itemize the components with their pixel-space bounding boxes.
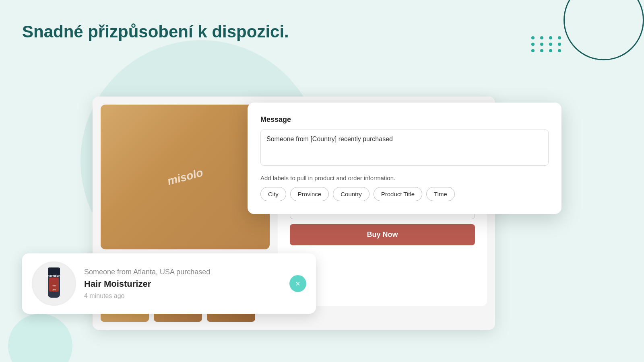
label-country[interactable]: Country [333, 187, 369, 201]
toast-content: Someone from Atlanta, USA purchased Hair… [84, 268, 281, 300]
toast-product-title: Hair Moisturizer [84, 279, 281, 289]
bg-circle-bottom-left [8, 314, 72, 362]
product-image-main: misolo [101, 105, 270, 249]
toast-subtitle: Someone from Atlanta, USA purchased [84, 268, 281, 276]
label-product-title[interactable]: Product Title [374, 187, 422, 201]
buy-now-button[interactable]: Buy Now [290, 224, 475, 245]
labels-hint: Add labels to pull in product and order … [260, 175, 549, 181]
page-title: Snadné přizpůsobení k dispozici. [22, 22, 289, 41]
label-province[interactable]: Province [290, 187, 329, 201]
label-city[interactable]: City [260, 187, 286, 201]
brand-text: misolo [166, 166, 204, 188]
svg-text:Dye: Dye [52, 288, 56, 291]
toast-close-button[interactable]: × [289, 275, 306, 292]
product-tube-icon: ReFReSH Hair Dye [42, 265, 66, 302]
label-tags: City Province Country Product Title Time [260, 187, 549, 201]
dots-grid [531, 36, 564, 52]
bg-circle-top-right [564, 0, 644, 60]
svg-text:ReFReSH: ReFReSH [47, 274, 60, 277]
label-time[interactable]: Time [426, 187, 455, 201]
svg-text:Hair: Hair [52, 284, 56, 287]
message-panel: Message Add labels to pull in product an… [248, 103, 561, 214]
message-panel-title: Message [260, 115, 549, 124]
toast-notification: ReFReSH Hair Dye Someone from Atlanta, U… [22, 253, 316, 314]
toast-avatar: ReFReSH Hair Dye [32, 261, 76, 306]
message-textarea[interactable] [260, 130, 549, 166]
toast-time: 4 minutes ago [84, 292, 281, 300]
